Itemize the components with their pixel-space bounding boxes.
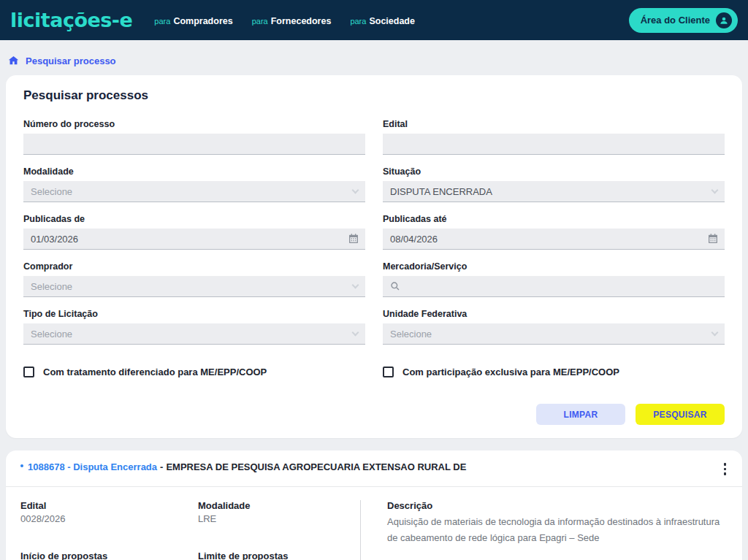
detail-label: Limite de propostas: [198, 551, 360, 560]
clear-button[interactable]: LIMPAR: [536, 404, 625, 425]
nav-prefix: para: [350, 17, 366, 26]
nav-label: Fornecedores: [271, 16, 332, 26]
checkbox-label: Com tratamento diferenciado para ME/EPP/…: [43, 367, 267, 377]
chevron-down-icon: [352, 187, 359, 194]
nav-prefix: para: [154, 17, 170, 26]
breadcrumb: Pesquisar processo: [0, 40, 748, 75]
calendar-icon[interactable]: [348, 233, 359, 247]
field-label: Número do processo: [23, 119, 365, 129]
detail-label: Início de propostas: [20, 551, 198, 560]
user-icon: [716, 12, 732, 28]
edital-input[interactable]: [383, 134, 725, 155]
detail-label: Descrição: [387, 500, 728, 511]
unidade-federativa-select[interactable]: Selecione: [383, 323, 725, 345]
client-area-label: Área do Cliente: [641, 15, 710, 26]
detail-modalidade: Modalidade LRE: [198, 500, 360, 524]
process-link[interactable]: 1088678 - Disputa Encerrada: [28, 461, 157, 472]
search-form: Número do processo Edital Modalidade Sel…: [23, 119, 725, 345]
field-label: Publicadas de: [23, 214, 365, 224]
chevron-down-icon: [352, 282, 359, 289]
detail-descricao: Descrição Aquisição de materiais de tecn…: [361, 500, 728, 560]
top-header: licitações-e paraCompradores paraFornece…: [0, 0, 748, 40]
detail-inicio-propostas: Início de propostas 03/03/2026: [20, 551, 198, 560]
select-value: Selecione: [390, 329, 432, 340]
bullet-icon: [20, 464, 23, 467]
field-label: Edital: [383, 119, 725, 129]
checkbox-participacao-exclusiva[interactable]: Com participação exclusiva para ME/EPP/C…: [383, 367, 725, 377]
result-card: 1088678 - Disputa Encerrada - EMPRESA DE…: [6, 450, 742, 560]
publicadas-de-input[interactable]: 01/03/2026: [23, 229, 365, 250]
date-value: 08/04/2026: [390, 234, 438, 245]
field-label: Unidade Federativa: [383, 309, 725, 319]
detail-label: Modalidade: [198, 500, 360, 511]
field-label: Situação: [383, 166, 725, 177]
detail-value: Aquisição de materiais de tecnologia da …: [387, 514, 727, 546]
comprador-select[interactable]: Selecione: [23, 276, 365, 297]
licitacoes-e-logo[interactable]: licitações-e: [10, 9, 132, 31]
checkbox-tratamento-diferenciado[interactable]: Com tratamento diferenciado para ME/EPP/…: [23, 367, 365, 377]
detail-edital: Edital 0028/2026: [20, 500, 198, 524]
chevron-down-icon: [711, 187, 719, 194]
result-title: 1088678 - Disputa Encerrada - EMPRESA DE…: [28, 461, 466, 472]
field-unidade-federativa: Unidade Federativa Selecione: [383, 309, 725, 345]
calendar-icon[interactable]: [707, 233, 719, 247]
separator: -: [160, 461, 163, 472]
field-label: Publicadas até: [383, 214, 725, 224]
nav-item-sociedade[interactable]: paraSociedade: [350, 14, 415, 27]
breadcrumb-label[interactable]: Pesquisar processo: [26, 55, 116, 66]
nav-item-compradores[interactable]: paraCompradores: [154, 14, 232, 27]
mercadoria-servico-search-input[interactable]: [383, 276, 725, 297]
field-mercadoria-servico: Mercadoria/Serviço: [383, 261, 725, 297]
nav-item-fornecedores[interactable]: paraFornecedores: [252, 14, 332, 27]
result-header: 1088678 - Disputa Encerrada - EMPRESA DE…: [6, 450, 742, 487]
result-details: Edital 0028/2026 Modalidade LRE Início d…: [6, 487, 742, 560]
search-icon: [390, 281, 400, 291]
detail-value: 0028/2026: [20, 513, 198, 524]
field-label: Modalidade: [23, 166, 365, 177]
field-situacao: Situação DISPUTA ENCERRADA: [383, 166, 725, 202]
result-org-name: EMPRESA DE PESQUISA AGROPECUARIA EXTENSA…: [166, 461, 466, 472]
field-label: Tipo de Licitação: [23, 309, 365, 319]
checkbox-label: Com participação exclusiva para ME/EPP/C…: [402, 367, 619, 377]
chevron-down-icon: [352, 329, 359, 337]
select-value: DISPUTA ENCERRADA: [390, 186, 492, 197]
field-publicadas-de: Publicadas de 01/03/2026: [23, 214, 365, 250]
tipo-licitacao-select[interactable]: Selecione: [23, 323, 365, 345]
nav-prefix: para: [252, 17, 268, 26]
checkbox-row: Com tratamento diferenciado para ME/EPP/…: [23, 367, 725, 377]
checkbox-box[interactable]: [23, 367, 34, 377]
page-title: Pesquisar processos: [23, 88, 725, 103]
date-value: 01/03/2026: [31, 234, 78, 245]
field-publicadas-ate: Publicadas até 08/04/2026: [383, 214, 725, 250]
select-value: Selecione: [31, 281, 72, 292]
select-value: Selecione: [31, 329, 72, 340]
search-card: Pesquisar processos Número do processo E…: [6, 75, 742, 438]
field-modalidade: Modalidade Selecione: [23, 166, 365, 202]
kebab-menu-icon[interactable]: [720, 461, 731, 477]
detail-value: LRE: [198, 513, 360, 524]
checkbox-box[interactable]: [383, 367, 394, 377]
select-value: Selecione: [31, 186, 72, 197]
field-comprador: Comprador Selecione: [23, 261, 365, 297]
main-nav: paraCompradores paraFornecedores paraSoc…: [154, 14, 415, 27]
field-edital: Edital: [383, 119, 725, 155]
nav-label: Compradores: [173, 16, 232, 26]
numero-processo-input[interactable]: [23, 134, 365, 155]
publicadas-ate-input[interactable]: 08/04/2026: [383, 229, 725, 250]
detail-limite-propostas: Limite de propostas 24/03/2026: [198, 551, 360, 560]
search-button[interactable]: PESQUISAR: [636, 404, 725, 425]
modalidade-select[interactable]: Selecione: [23, 181, 365, 202]
details-left: Edital 0028/2026 Modalidade LRE Início d…: [20, 500, 360, 560]
form-actions: LIMPAR PESQUISAR: [23, 404, 725, 426]
home-icon[interactable]: [7, 55, 20, 66]
chevron-down-icon: [711, 329, 719, 337]
field-tipo-licitacao: Tipo de Licitação Selecione: [23, 309, 365, 345]
field-label: Comprador: [23, 261, 365, 272]
field-numero-processo: Número do processo: [23, 119, 365, 155]
field-label: Mercadoria/Serviço: [383, 261, 725, 272]
client-area-button[interactable]: Área do Cliente: [629, 8, 738, 33]
detail-label: Edital: [20, 500, 198, 511]
situacao-select[interactable]: DISPUTA ENCERRADA: [383, 181, 725, 202]
nav-label: Sociedade: [369, 16, 415, 26]
